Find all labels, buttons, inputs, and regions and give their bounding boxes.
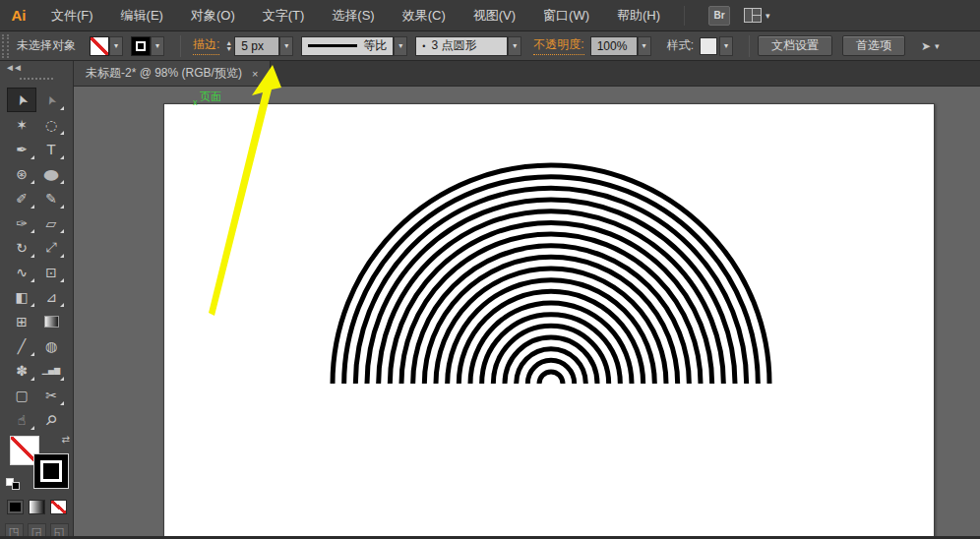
paintbrush-tool[interactable]: ✐ xyxy=(7,186,36,210)
stroke-weight-stepper[interactable]: ▲ ▼ xyxy=(225,40,232,52)
slice-tool[interactable]: ✂ xyxy=(36,383,66,407)
free-transform-tool[interactable]: ⊡ xyxy=(36,260,66,284)
width-profile-dropdown[interactable]: ▾ xyxy=(394,36,407,56)
selection-tool-icon: ➤ xyxy=(12,91,31,108)
type-tool[interactable]: T xyxy=(36,137,66,161)
eyedropper-tool[interactable]: ╱ xyxy=(7,333,36,358)
polar-grid-tool[interactable]: ⊛ xyxy=(7,161,36,186)
width-tool[interactable]: ∿ xyxy=(7,260,36,284)
stroke-color-dropdown[interactable]: ▾ xyxy=(151,36,164,56)
artboard[interactable] xyxy=(163,103,935,539)
stroke-weight-label[interactable]: 描边: xyxy=(193,36,219,55)
canvas-pasteboard[interactable]: 页面 x xyxy=(74,87,980,539)
opacity-field[interactable]: 100% xyxy=(590,36,638,56)
direct-selection-tool[interactable]: ➤ xyxy=(36,88,66,112)
menu-item-4[interactable]: 选择(S) xyxy=(318,0,388,30)
artboard-tool[interactable]: ▢ xyxy=(7,383,36,407)
gradient-tool-icon xyxy=(44,316,59,328)
panel-grip[interactable] xyxy=(20,78,53,80)
stroke-color-swatch[interactable] xyxy=(131,36,151,56)
stroke-weight-dropdown[interactable]: ▾ xyxy=(279,36,293,56)
pen-tool[interactable]: ✒ xyxy=(7,137,36,161)
width-profile-field[interactable]: 等比 xyxy=(301,36,394,56)
blob-brush-tool-icon: ✑ xyxy=(16,215,28,231)
scale-tool[interactable]: ⤢ xyxy=(36,235,66,260)
shape-builder-tool[interactable]: ◧ xyxy=(7,284,36,309)
paint-style-row xyxy=(0,500,73,514)
opacity-label[interactable]: 不透明度: xyxy=(533,36,583,55)
fill-color-dropdown[interactable]: ▾ xyxy=(109,36,123,56)
document-setup-button[interactable]: 文档设置 xyxy=(758,35,832,56)
menu-item-5[interactable]: 效果(C) xyxy=(389,0,459,30)
default-fill-stroke-icon[interactable] xyxy=(6,478,20,490)
perspective-grid-tool-icon: ⊿ xyxy=(45,289,57,305)
swap-fill-stroke-icon[interactable]: ⇄ xyxy=(62,434,70,445)
column-graph-tool-icon: ▁▄▆ xyxy=(42,366,60,375)
magic-wand-tool-icon: ✶ xyxy=(16,117,28,133)
stroke-weight-field[interactable]: 5 px xyxy=(234,36,279,56)
menu-item-1[interactable]: 编辑(E) xyxy=(107,0,177,30)
perspective-grid-tool[interactable]: ⊿ xyxy=(36,284,66,309)
slice-tool-icon: ✂ xyxy=(45,388,57,403)
bridge-icon[interactable]: Br xyxy=(708,6,730,26)
magic-wand-tool[interactable]: ✶ xyxy=(7,112,36,137)
pencil-tool[interactable]: ✎ xyxy=(36,186,66,210)
zoom-tool[interactable]: ⚲ xyxy=(36,407,66,432)
control-bar: 未选择对象 ▾ ▾ 描边: ▲ ▼ 5 px ▾ 等比 ▾ • 3 点圆形 ▾ … xyxy=(0,31,980,61)
mesh-tool[interactable]: ⊞ xyxy=(7,309,36,333)
close-icon[interactable]: × xyxy=(252,68,258,80)
style-swatch[interactable] xyxy=(700,37,717,55)
control-bar-grip[interactable] xyxy=(2,34,9,58)
document-tab-bar: 未标题-2* @ 98% (RGB/预览) × xyxy=(74,61,980,87)
hand-tool[interactable]: ☝ xyxy=(7,407,36,432)
opacity-dropdown[interactable]: ▾ xyxy=(638,36,651,56)
stroke-swatch-black[interactable] xyxy=(33,453,69,489)
width-tool-icon: ∿ xyxy=(16,265,28,280)
none-button[interactable] xyxy=(50,500,67,514)
workspace: ◄◄ ➤➤✶◌✒T⊛●✐✎✑▱↻⤢∿⊡◧⊿⊞╱◍✽▁▄▆▢✂☝⚲ ⇄ ◳◲◱ 未… xyxy=(0,61,980,539)
brush-definition-dropdown[interactable]: ▾ xyxy=(508,36,521,56)
lasso-tool[interactable]: ◌ xyxy=(36,112,66,137)
symbol-sprayer-tool[interactable]: ✽ xyxy=(7,358,36,383)
width-profile-preview xyxy=(308,44,357,47)
preferences-button[interactable]: 首选项 xyxy=(842,35,905,56)
selection-tool[interactable]: ➤ xyxy=(7,88,36,112)
menu-item-0[interactable]: 文件(F) xyxy=(37,0,107,30)
stepper-down-icon[interactable]: ▼ xyxy=(225,46,232,52)
tools-panel-header: ◄◄ xyxy=(0,61,73,88)
collapse-panel-icon[interactable]: ◄◄ xyxy=(5,62,21,73)
blob-brush-tool[interactable]: ✑ xyxy=(7,210,36,235)
menu-item-8[interactable]: 帮助(H) xyxy=(603,0,674,30)
menu-item-2[interactable]: 对象(O) xyxy=(177,0,249,30)
workspace-switcher[interactable]: ▾ xyxy=(744,8,770,23)
menu-items: 文件(F)编辑(E)对象(O)文字(T)选择(S)效果(C)视图(V)窗口(W)… xyxy=(37,0,674,30)
bridge-launcher[interactable]: Br xyxy=(708,6,730,26)
direct-selection-tool-icon: ➤ xyxy=(43,93,60,108)
color-button[interactable] xyxy=(7,500,24,514)
tools-panel: ◄◄ ➤➤✶◌✒T⊛●✐✎✑▱↻⤢∿⊡◧⊿⊞╱◍✽▁▄▆▢✂☝⚲ ⇄ ◳◲◱ xyxy=(0,61,74,539)
paintbrush-tool-icon: ✐ xyxy=(16,191,28,207)
style-dropdown[interactable]: ▾ xyxy=(719,36,733,56)
document-tab-title: 未标题-2* @ 98% (RGB/预览) xyxy=(86,65,242,82)
pencil-tool-icon: ✎ xyxy=(45,191,57,207)
menu-bar: Ai 文件(F)编辑(E)对象(O)文字(T)选择(S)效果(C)视图(V)窗口… xyxy=(0,0,980,31)
rotate-tool[interactable]: ↻ xyxy=(7,235,36,260)
select-similar-icon[interactable]: ➤ xyxy=(921,39,931,53)
blend-tool[interactable]: ◍ xyxy=(36,333,66,358)
lasso-tool-icon: ◌ xyxy=(45,117,57,133)
brush-definition-field[interactable]: • 3 点圆形 xyxy=(415,36,508,56)
eyedropper-tool-icon: ╱ xyxy=(18,338,26,354)
gradient-tool[interactable] xyxy=(36,309,66,333)
document-tab[interactable]: 未标题-2* @ 98% (RGB/预览) × xyxy=(74,61,271,86)
eraser-tool[interactable]: ▱ xyxy=(36,210,66,235)
gradient-button[interactable] xyxy=(29,500,45,514)
menubar-separator xyxy=(684,6,685,26)
select-similar-dropdown[interactable]: ▾ xyxy=(935,41,940,51)
ellipse-tool[interactable]: ● xyxy=(36,161,66,186)
fill-color-swatch[interactable] xyxy=(90,36,109,56)
menu-item-3[interactable]: 文字(T) xyxy=(249,0,319,30)
menu-item-6[interactable]: 视图(V) xyxy=(459,0,529,30)
type-tool-icon: T xyxy=(47,142,56,157)
column-graph-tool[interactable]: ▁▄▆ xyxy=(36,358,66,383)
menu-item-7[interactable]: 窗口(W) xyxy=(529,0,603,30)
